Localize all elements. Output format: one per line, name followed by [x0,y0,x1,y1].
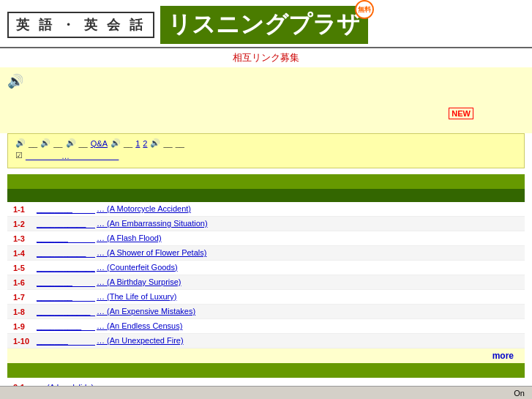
list-section: 1-1 ________… (A Motorcycle Accident) 1-… [7,202,525,348]
nav-dash-4: __ [124,139,132,148]
checkbox-icon: ☑ [15,151,23,160]
list-item: 1-4 ___________… (A Shower of Flower Pet… [7,246,525,261]
nav-row-2: ☑ ________…___________ [15,151,517,160]
green-bar [7,174,525,189]
item-num-1-4: 1-4 [13,249,37,258]
more-bar: more [7,348,525,363]
item-link-1-9[interactable]: __________… (An Endless Census) [37,321,182,331]
item-link-1-10[interactable]: _______… (An Unexpected Fire) [37,336,184,346]
nav-row-1: 🔊 __ 🔊 __ 🔊 __ Q&A 🔊 __ 1 2 🔊 __ __ [15,138,517,148]
muryo-badge: 無料 [355,0,374,19]
item-num-1-8: 1-8 [13,307,37,316]
speaker-icon: 🔊 [7,74,23,89]
nav-speaker-3: 🔊 [66,138,76,148]
list-item: 1-1 ________… (A Motorcycle Accident) [7,202,525,217]
site-title-japanese: 英 語 ・ 英 会 話 [7,12,154,38]
list-item: 1-6 ________… (A Birthday Surprise) [7,275,525,290]
item-link-1-6[interactable]: ________… (A Birthday Surprise) [37,277,181,287]
nav-speaker-2: 🔊 [40,138,50,148]
sublink-bar: 相互リンク募集 [0,48,532,67]
new-badge: NEW [449,108,473,119]
status-on-label: On [514,389,525,398]
item-link-1-2[interactable]: ___________… (An Embarrassing Situation) [37,219,208,228]
item-num-1-1: 1-1 [13,205,37,214]
nav-dash-6: __ [176,139,184,148]
nav-qa-link[interactable]: Q&A [91,139,108,148]
item-link-1-7[interactable]: ________… (The Life of Luxury) [37,292,176,302]
nav-dash-1: __ [29,139,37,148]
item-num-1-2: 1-2 [13,220,37,228]
nav-speaker-5: 🔊 [150,138,160,148]
nav-speaker-1: 🔊 [15,138,26,148]
list-item: 1-2 ___________… (An Embarrassing Situat… [7,217,525,231]
list-item: 1-3 _______… (A Flash Flood) [7,231,525,246]
more-link[interactable]: more [492,351,514,361]
item-num-1-6: 1-6 [13,278,37,287]
item-link-1-1[interactable]: ________… (A Motorcycle Accident) [37,204,191,214]
status-bar: On [0,386,532,399]
item-link-1-8[interactable]: ____________… (An Expensive Mistakes) [37,307,195,316]
list-item: 1-7 ________… (The Life of Luxury) [7,290,525,305]
list-item: 1-10 _______… (An Unexpected Fire) [7,334,525,348]
header: 英 語 ・ 英 会 話 リスニングプラザ 無料 [0,0,532,48]
item-link-1-3[interactable]: _______… (A Flash Flood) [37,234,162,243]
item-num-1-10: 1-10 [13,337,37,346]
nav-dash-2: __ [53,139,62,148]
dark-green-bar [7,189,525,202]
nav-speaker-4: 🔊 [110,138,121,148]
nav-dash-3: __ [79,139,88,148]
nav-bar: 🔊 __ 🔊 __ 🔊 __ Q&A 🔊 __ 1 2 🔊 __ __ ☑ __… [7,133,525,168]
nav-ellipsis-link[interactable]: ________…___________ [26,152,119,160]
item-link-1-4[interactable]: ___________… (A Shower of Flower Petals) [37,248,206,258]
nav-dash-5: __ [163,139,172,148]
bottom-green-bar [7,363,525,378]
item-num-1-7: 1-7 [13,293,37,302]
site-title-katakana: リスニングプラザ 無料 [160,6,368,44]
list-item: 1-9 __________… (An Endless Census) [7,319,525,334]
item-num-1-5: 1-5 [13,264,37,272]
yellow-section: 🔊 NEW [0,67,532,133]
item-num-1-9: 1-9 [13,322,37,331]
list-item: 1-8 ____________… (An Expensive Mistakes… [7,305,525,319]
item-link-1-5[interactable]: _____________… (Counterfeit Goods) [37,263,178,272]
list-item: 1-5 _____________… (Counterfeit Goods) [7,261,525,275]
sublink-mutual[interactable]: 相互リンク募集 [233,52,299,63]
nav-num2-link[interactable]: 2 [143,139,147,148]
item-num-1-3: 1-3 [13,234,37,243]
nav-num1-link[interactable]: 1 [135,139,140,148]
